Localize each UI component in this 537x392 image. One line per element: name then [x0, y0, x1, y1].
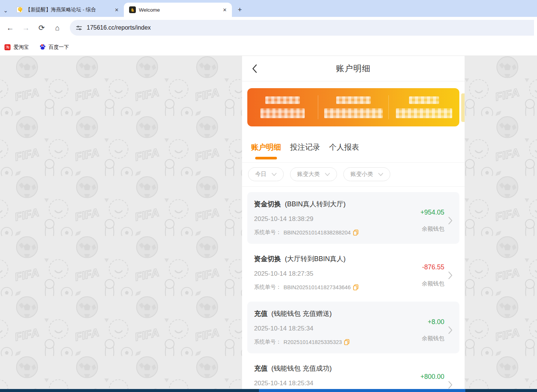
bookmark-baidu[interactable]: 百度一下 — [39, 44, 69, 51]
redacted-label — [336, 96, 371, 104]
filter-major-category-dropdown[interactable]: 账变大类 — [290, 167, 337, 181]
taobao-icon: 淘 — [5, 44, 11, 50]
page-title: 账户明细 — [336, 63, 371, 74]
txn-amount: -876.55 — [422, 263, 444, 271]
chevron-right-icon[interactable] — [448, 326, 453, 334]
tab-bet-records[interactable]: 投注记录 — [290, 142, 320, 162]
baidu-paw-icon — [39, 44, 46, 50]
address-bar[interactable]: 175616.cc/reports/index — [70, 20, 534, 36]
filter-row: 今日 账变大类 账变小类 — [242, 162, 465, 187]
panel-header: 账户明细 — [242, 56, 465, 81]
forward-icon[interactable]: → — [19, 21, 33, 35]
bookmark-label: 百度一下 — [49, 44, 69, 51]
tab-label: 账户明细 — [251, 142, 281, 152]
bottom-status-accent — [259, 389, 465, 392]
balance-summary-card[interactable] — [247, 88, 459, 126]
transaction-list: 资金切换(BBIN真人转到大厅) 2025-10-14 18:38:29 系统单… — [242, 187, 465, 389]
wallet-label: 余额钱包 — [422, 335, 444, 342]
new-tab-button[interactable]: + — [234, 4, 245, 15]
tab-search-icon[interactable]: ⌄ — [0, 4, 11, 17]
tab-account-detail[interactable]: 账户明细 — [251, 142, 281, 162]
bookmark-label: 爱淘宝 — [14, 44, 29, 51]
page-content: FIFA 账户明细 — [0, 56, 537, 392]
txn-datetime: 2025-10-14 18:25:34 — [254, 380, 420, 387]
txn-type: 资金切换 — [254, 255, 281, 263]
txn-type: 充值 — [254, 365, 268, 372]
summary-column-redacted — [389, 96, 459, 118]
wallet-label: 余额钱包 — [422, 225, 444, 233]
txn-datetime: 2025-10-14 18:38:29 — [254, 215, 420, 223]
chevron-down-icon — [378, 173, 383, 176]
redacted-value — [324, 108, 383, 118]
order-label: 系统单号： — [254, 338, 281, 345]
browser-tab-forum[interactable]: 【新提醒】海燕策略论坛 - 综合 ✕ — [11, 3, 124, 17]
order-number: BBIN202510141838288204 — [284, 230, 351, 236]
home-icon[interactable]: ⌂ — [50, 21, 65, 35]
txn-detail: (钱能钱包 充值成功) — [271, 365, 332, 372]
site-settings-icon[interactable] — [76, 25, 82, 31]
active-tab-underline — [255, 157, 277, 159]
filter-minor-category-dropdown[interactable]: 账变小类 — [343, 167, 390, 181]
redacted-label — [265, 96, 300, 104]
txn-amount: +800.00 — [420, 373, 444, 381]
copy-icon[interactable] — [344, 339, 349, 345]
browser-tab-welcome[interactable]: ♞ Welcome ✕ — [124, 3, 232, 17]
order-label: 系统单号： — [254, 229, 281, 236]
txn-detail: (大厅转到BBIN真人) — [285, 255, 346, 263]
chevron-right-icon[interactable] — [448, 271, 453, 279]
bookmark-aitaobao[interactable]: 淘 爱淘宝 — [5, 44, 29, 51]
forum-favicon-icon — [17, 7, 23, 13]
chevron-down-icon — [325, 173, 330, 176]
url-text[interactable]: 175616.cc/reports/index — [87, 24, 151, 31]
transaction-item[interactable]: 资金切换(BBIN真人转到大厅) 2025-10-14 18:38:29 系统单… — [247, 192, 459, 244]
wallet-label: 余额钱包 — [422, 280, 444, 287]
order-number: R202510141825335323 — [284, 339, 342, 345]
browser-toolbar: ← → ⟳ ⌂ 175616.cc/reports/index — [0, 17, 537, 39]
tab-title: Welcome — [139, 7, 218, 13]
reload-icon[interactable]: ⟳ — [35, 21, 49, 35]
txn-detail: (BBIN真人转到大厅) — [285, 200, 346, 208]
redacted-value — [396, 108, 452, 118]
tab-title: 【新提醒】海燕策略论坛 - 综合 — [26, 6, 110, 13]
browser-tab-strip: ⌄ 【新提醒】海燕策略论坛 - 综合 ✕ ♞ Welcome ✕ + — [0, 0, 537, 17]
tab-label: 投注记录 — [290, 142, 320, 152]
chevron-right-icon[interactable] — [448, 381, 453, 389]
filter-date-dropdown[interactable]: 今日 — [248, 167, 284, 181]
account-detail-panel: 账户明细 — [242, 56, 465, 389]
txn-datetime: 2025-10-14 18:27:35 — [254, 270, 422, 278]
tab-label: 个人报表 — [329, 142, 359, 152]
txn-amount: +8.00 — [428, 318, 444, 326]
summary-column-redacted — [247, 96, 318, 118]
transaction-item[interactable]: 资金切换(大厅转到BBIN真人) 2025-10-14 18:27:35 系统单… — [247, 247, 459, 299]
order-number: BBIN202510141827343646 — [284, 284, 351, 290]
summary-column-redacted — [318, 96, 389, 118]
txn-detail: (钱能钱包 充值赠送) — [271, 310, 332, 317]
back-chevron-icon[interactable] — [252, 64, 257, 73]
filter-label: 账变大类 — [297, 171, 320, 178]
report-tabs: 账户明细 投注记录 个人报表 — [242, 134, 465, 162]
tab-personal-report[interactable]: 个人报表 — [329, 142, 359, 162]
transaction-item[interactable]: 充值(钱能钱包 充值成功) 2025-10-14 18:25:34 系统单号：R… — [247, 356, 459, 389]
chevron-right-icon[interactable] — [448, 216, 453, 225]
order-label: 系统单号： — [254, 284, 281, 291]
redacted-label — [409, 96, 439, 104]
txn-amount: +954.05 — [420, 209, 444, 216]
bookmarks-bar: 淘 爱淘宝 百度一下 — [0, 39, 537, 56]
redacted-value — [260, 108, 305, 118]
summary-card-wrap — [242, 81, 465, 134]
bottom-status-bar — [0, 389, 537, 392]
tab-close-icon[interactable]: ✕ — [221, 6, 228, 13]
copy-icon[interactable] — [353, 284, 358, 290]
copy-icon[interactable] — [353, 230, 358, 236]
welcome-favicon-icon: ♞ — [129, 6, 136, 13]
filter-label: 账变小类 — [350, 171, 373, 178]
txn-type: 资金切换 — [254, 200, 281, 208]
back-icon[interactable]: ← — [3, 21, 17, 35]
filter-label: 今日 — [255, 171, 266, 178]
tab-close-icon[interactable]: ✕ — [113, 6, 120, 13]
transaction-item[interactable]: 充值(钱能钱包 充值赠送) 2025-10-14 18:25:34 系统单号：R… — [247, 302, 459, 353]
chevron-down-icon — [272, 173, 277, 176]
next-card-peek — [461, 93, 465, 122]
txn-type: 充值 — [254, 310, 268, 317]
txn-datetime: 2025-10-14 18:25:34 — [254, 325, 422, 332]
